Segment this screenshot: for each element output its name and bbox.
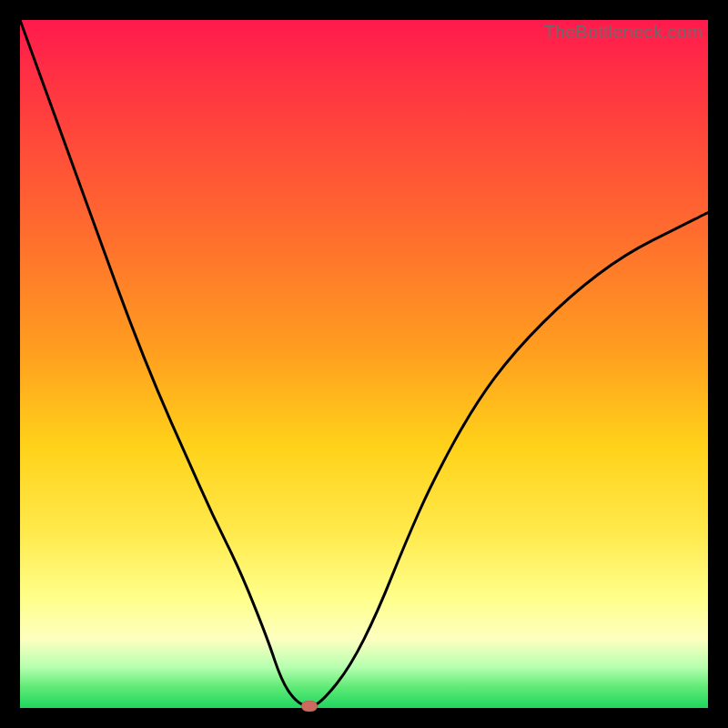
chart-plot-area: TheBottleneck.com [20, 20, 708, 708]
bottleneck-curve [20, 20, 708, 708]
chart-frame: TheBottleneck.com [0, 0, 728, 728]
optimal-point-marker [301, 701, 318, 712]
